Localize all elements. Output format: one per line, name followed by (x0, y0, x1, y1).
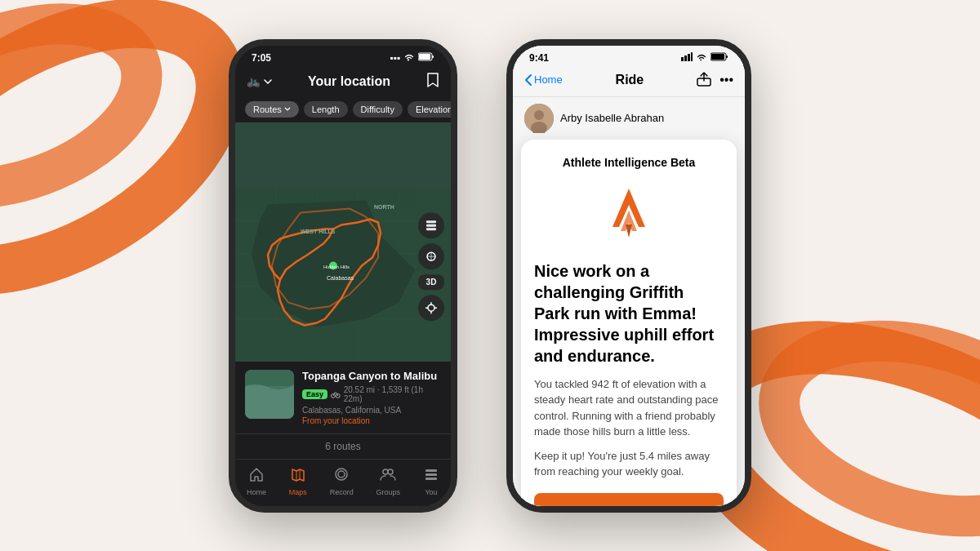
profile-name: Arby Isabelle Abrahan (560, 112, 664, 124)
left-time: 7:05 (252, 52, 271, 64)
svg-rect-5 (419, 54, 430, 60)
map-area[interactable]: WEST HILLS Hidden Hills Calabasas NORTH … (235, 122, 451, 433)
svg-rect-26 (426, 228, 436, 230)
svg-rect-45 (425, 478, 437, 480)
map-overlay-buttons: 3D (418, 212, 444, 321)
svg-point-55 (534, 110, 544, 120)
more-dots-icon: ••• (719, 73, 733, 87)
maps-icon (290, 466, 306, 487)
route-info: Topanga Canyon to Malibu Easy 20.52 mi ·… (302, 370, 441, 425)
nav-groups[interactable]: Groups (376, 466, 401, 496)
right-battery-icon (710, 52, 728, 64)
svg-rect-46 (681, 57, 684, 61)
svg-text:Hidden Hills: Hidden Hills (323, 264, 350, 269)
svg-point-41 (383, 469, 388, 474)
elevation-filter-label: Elevation (416, 104, 451, 114)
nav-home[interactable]: Home (247, 466, 266, 496)
my-location-button[interactable] (418, 295, 444, 321)
map-style-button[interactable] (418, 243, 444, 269)
right-wifi-icon (696, 52, 707, 64)
elevation-filter-button[interactable]: Elevation (408, 101, 451, 118)
sub-message-1: You tackled 942 ft of elevation with a s… (534, 376, 724, 440)
svg-rect-48 (688, 54, 690, 61)
back-label: Home (534, 73, 563, 86)
nav-home-label: Home (247, 488, 266, 496)
svg-rect-49 (691, 52, 693, 61)
svg-rect-52 (726, 56, 728, 58)
battery-icon (418, 52, 434, 64)
routes-count: 6 routes (325, 441, 360, 452)
route-thumbnail (245, 370, 294, 419)
left-top-bar: 🚲 Your location (235, 67, 451, 96)
route-distance: 20.52 mi · 1,539 ft (1h 22m) (344, 385, 441, 403)
wifi-icon (403, 52, 415, 64)
routes-filter-label: Routes (253, 104, 282, 114)
routes-count-bar: 6 routes (235, 433, 451, 459)
bike-icon: 🚲 (247, 75, 261, 87)
profile-row: Arby Isabelle Abrahan (513, 97, 745, 140)
svg-rect-24 (426, 220, 436, 223)
keep-it-up-message: Keep it up! You're just 5.4 miles away f… (534, 448, 724, 480)
svg-point-39 (336, 469, 347, 480)
svg-point-28 (428, 304, 434, 311)
avatar (524, 104, 554, 133)
svg-text:NORTH: NORTH (374, 203, 394, 209)
svg-rect-47 (684, 56, 687, 61)
layers-button[interactable] (418, 212, 444, 238)
more-button[interactable]: ••• (719, 73, 733, 87)
signal-icon: ▪▪▪ (390, 52, 400, 64)
difficulty-filter-label: Difficulty (361, 104, 394, 114)
modal-title: Athlete Intelligence Beta (563, 156, 696, 169)
routes-chevron-icon (284, 107, 291, 111)
right-status-bar: 9:41 (513, 46, 745, 67)
route-card[interactable]: Topanga Canyon to Malibu Easy 20.52 mi ·… (235, 362, 451, 433)
filter-bar: Routes Length Difficulty Elevation (235, 96, 451, 122)
right-status-icons (681, 52, 728, 64)
length-filter-label: Length (312, 104, 340, 114)
route-location: Calabasas, California, USA (302, 406, 441, 415)
right-phone: 9:41 Home (506, 39, 751, 513)
left-status-bar: 7:05 ▪▪▪ (235, 46, 451, 67)
left-phone: 7:05 ▪▪▪ 🚲 Your location (229, 39, 457, 513)
route-from-location: From your location (302, 416, 441, 425)
routes-filter-button[interactable]: Routes (245, 101, 299, 118)
length-filter-button[interactable]: Length (304, 101, 348, 118)
difficulty-filter-button[interactable]: Difficulty (353, 101, 403, 118)
nav-record-label: Record (330, 488, 354, 496)
right-nav-title: Ride (616, 73, 644, 87)
svg-rect-6 (432, 56, 434, 58)
svg-rect-25 (426, 224, 436, 227)
svg-marker-59 (626, 224, 632, 238)
record-icon (333, 466, 350, 487)
nav-record[interactable]: Record (330, 466, 354, 496)
home-icon (248, 466, 265, 487)
back-button[interactable]: Home (524, 73, 563, 87)
bike-small-icon (331, 389, 341, 399)
svg-rect-44 (425, 473, 437, 476)
location-title: Your location (308, 74, 390, 89)
svg-text:WEST HILLS: WEST HILLS (301, 228, 336, 233)
route-name: Topanga Canyon to Malibu (302, 370, 441, 382)
difficulty-badge: Easy (302, 389, 327, 399)
main-message: Nice work on a challenging Griffith Park… (534, 260, 724, 367)
bottom-nav: Home Maps Record (235, 459, 451, 506)
nav-maps[interactable]: Maps (289, 466, 307, 496)
nav-you-label: You (425, 488, 437, 496)
svg-text:Calabasas: Calabasas (327, 274, 354, 280)
share-button[interactable] (697, 70, 711, 90)
right-top-nav: Home Ride ••• (513, 67, 745, 97)
chevron-down-icon (264, 79, 272, 84)
svg-point-42 (388, 469, 393, 474)
profile-icon (423, 466, 439, 487)
athlete-intelligence-modal: Athlete Intelligence Beta Nice work on a… (521, 140, 737, 506)
svg-rect-43 (425, 469, 437, 472)
route-badges: Easy 20.52 mi · 1,539 ft (1h 22m) (302, 385, 441, 403)
svg-point-40 (338, 471, 345, 478)
bike-dropdown-button[interactable]: 🚲 (247, 75, 272, 87)
got-it-button[interactable]: Got It (534, 493, 724, 506)
athlete-intelligence-logo (596, 182, 662, 247)
nav-groups-label: Groups (376, 488, 401, 496)
nav-you[interactable]: You (423, 466, 439, 496)
3d-button[interactable]: 3D (418, 274, 444, 290)
bookmark-button[interactable] (426, 72, 439, 91)
